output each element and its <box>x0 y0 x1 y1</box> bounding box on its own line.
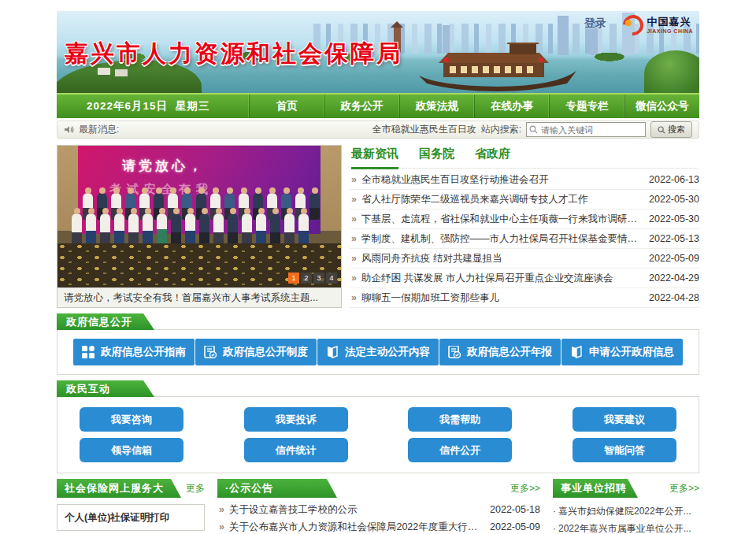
nav-item-special-topics[interactable]: 专题专栏 <box>549 95 624 118</box>
pager-item[interactable]: 3 <box>313 273 324 284</box>
recruitment-item[interactable]: ·嘉兴市妇幼保健院2022年公开... <box>553 502 699 520</box>
nav-item-home[interactable]: 首页 <box>249 95 324 118</box>
announcement-item[interactable]: »关于公布嘉兴市人力资源和社会保障局2022年度重大行政决策事...2022-0… <box>217 518 540 534</box>
news-date: 2022-05-09 <box>649 253 699 264</box>
site-search-label: 站内搜索: <box>481 123 521 136</box>
hot-topic-link[interactable]: 全市稳就业惠民生百日攻 <box>372 123 476 136</box>
search-button[interactable]: 搜索 <box>650 121 692 138</box>
complaint-button[interactable]: 我要投诉 <box>244 407 348 432</box>
double-arrow-bullet: » <box>351 194 357 205</box>
smart-qa-button[interactable]: 智能问答 <box>573 438 676 462</box>
carousel-photo: 请党放心， 考试安全有我 1 2 3 4 <box>57 146 341 287</box>
announcements-title: ·公示公告 <box>217 479 337 498</box>
nav-item-policies[interactable]: 政策法规 <box>399 95 474 118</box>
jiaxing-logo[interactable]: 中国嘉兴 JIAXING CHINA <box>623 15 693 35</box>
announcement-title: 关于公布嘉兴市人力资源和社会保障局2022年度重大行政决策事... <box>229 521 482 534</box>
nav-item-wechat[interactable]: 微信公众号 <box>624 95 699 118</box>
doc-check-icon <box>204 346 217 358</box>
gov-info-guide-button[interactable]: 政府信息公开指南 <box>73 339 195 365</box>
news-date: 2022-05-30 <box>649 194 699 205</box>
dot-bullet: · <box>553 523 556 534</box>
date-text: 2022年6月15日 <box>87 100 168 112</box>
need-help-button[interactable]: 我需帮助 <box>408 407 512 432</box>
pager-item[interactable]: 1 <box>288 273 299 284</box>
login-link[interactable]: 登录 <box>584 17 606 31</box>
suggestion-button[interactable]: 我要建议 <box>573 407 676 432</box>
announcement-item[interactable]: »关于设立嘉善技工学校的公示2022-05-18 <box>217 501 540 518</box>
request-disclosure-button[interactable]: 申请公开政府信息 <box>561 339 683 365</box>
news-title: 风雨同舟齐抗疫 结对共建显担当 <box>361 252 639 265</box>
gov-info-system-button[interactable]: 政府信息公开制度 <box>195 339 317 365</box>
book-icon <box>570 346 583 358</box>
nav-item-gov-disclosure[interactable]: 政务公开 <box>324 95 398 118</box>
interaction-section: 政民互动 我要咨询 我要投诉 我需帮助 我要建议 领导信箱 信件统计 信件公开 … <box>57 380 699 473</box>
social-insurance-title: 社会保险网上服务大厅 <box>57 479 181 498</box>
news-date: 2022-04-28 <box>649 292 699 303</box>
leader-mailbox-button[interactable]: 领导信箱 <box>80 438 183 462</box>
speaker-icon <box>64 124 74 135</box>
double-arrow-bullet: » <box>219 504 224 515</box>
logo-en-text: JIAXING CHINA <box>647 28 693 34</box>
recruitment-item-title: 嘉兴市妇幼保健院2022年公开... <box>558 506 691 517</box>
recruitment-column: 事业单位招聘 更多>> ·嘉兴市妇幼保健院2022年公开... ·2022年嘉兴… <box>553 479 699 534</box>
news-date: 2022-06-13 <box>649 174 699 185</box>
mail-disclosure-button[interactable]: 信件公开 <box>408 438 512 462</box>
social-insurance-more-link[interactable]: 更多 <box>186 482 205 495</box>
main-nav: 2022年6月15日星期三 首页 政务公开 政策法规 在线办事 专题专栏 微信公… <box>57 93 699 118</box>
news-item[interactable]: »风雨同舟齐抗疫 结对共建显担当2022-05-09 <box>350 249 699 269</box>
search-button-label: 搜索 <box>668 124 685 135</box>
news-item[interactable]: »助企纾困 共谋发展 市人力社保局召开重点企业交流座谈会2022-04-29 <box>350 269 699 288</box>
news-item[interactable]: »省人社厅陈荣华二级巡视员来嘉兴调研专技人才工作2022-05-30 <box>350 190 699 210</box>
doc-check-icon <box>448 346 461 358</box>
logo-cn-text: 中国嘉兴 <box>647 17 693 27</box>
news-title: 全市稳就业惠民生百日攻坚行动推进会召开 <box>361 173 639 187</box>
tab-latest-news[interactable]: 最新资讯 <box>351 146 398 169</box>
carousel-pager: 1 2 3 4 <box>288 273 337 284</box>
gov-button-label: 政府信息公开制度 <box>223 345 308 359</box>
nav-item-online-services[interactable]: 在线办事 <box>474 95 549 118</box>
red-boat <box>415 43 580 91</box>
consult-button[interactable]: 我要咨询 <box>80 407 183 432</box>
gov-info-section-title: 政府信息公开 <box>57 313 154 330</box>
news-item[interactable]: »下基层、走流程，省社保和就业中心主任项薇一行来我市调研“国统”上线情况2022… <box>350 210 699 229</box>
news-item[interactable]: »全市稳就业惠民生百日攻坚行动推进会召开2022-06-13 <box>350 170 699 190</box>
search-icon <box>658 126 665 134</box>
social-insurance-item[interactable]: 个人(单位)社保证明打印 <box>57 504 205 531</box>
ticker-label: 最新消息: <box>79 123 119 136</box>
recruitment-item-title: 2022年嘉兴市属事业单位公开... <box>558 523 691 534</box>
site-title: 嘉兴市人力资源和社会保障局 <box>65 38 402 70</box>
dot-bullet: · <box>553 506 556 517</box>
photo-carousel[interactable]: 请党放心， 考试安全有我 1 2 3 4 <box>57 145 342 308</box>
recruitment-more-link[interactable]: 更多>> <box>669 482 699 495</box>
tab-state-council[interactable]: 国务院 <box>419 146 454 168</box>
news-date: 2022-05-13 <box>649 233 699 244</box>
news-item[interactable]: »学制度、建机制、强防控——市人力社保局召开社保基金要情专题学习会2022-05… <box>350 229 699 249</box>
legal-disclosure-button[interactable]: 法定主动公开内容 <box>317 339 439 365</box>
recruitment-item[interactable]: ·2022年嘉兴市属事业单位公开... <box>553 520 699 534</box>
pager-item[interactable]: 2 <box>301 273 312 284</box>
search-input[interactable] <box>526 122 646 137</box>
social-insurance-column: 社会保险网上服务大厅 更多 个人(单位)社保证明打印 办事指南 <box>57 479 205 534</box>
announcements-more-link[interactable]: 更多>> <box>510 482 540 495</box>
double-arrow-bullet: » <box>219 521 224 532</box>
jiaxing-logo-icon <box>619 11 648 39</box>
double-arrow-bullet: » <box>351 253 357 264</box>
header-banner: 嘉兴市人力资源和社会保障局 登录 中国嘉兴 JIAXING CHINA <box>57 11 699 93</box>
double-arrow-bullet: » <box>351 273 357 284</box>
news-date: 2022-04-29 <box>649 273 699 284</box>
pager-item[interactable]: 4 <box>326 273 337 284</box>
news-panel: 最新资讯 国务院 省政府 »全市稳就业惠民生百日攻坚行动推进会召开2022-06… <box>350 145 699 308</box>
announcements-column: ·公示公告 更多>> »关于设立嘉善技工学校的公示2022-05-18 »关于公… <box>217 479 540 534</box>
double-arrow-bullet: » <box>351 292 357 303</box>
carousel-caption[interactable]: 请党放心，考试安全有我！首届嘉兴市人事考试系统主题... <box>57 287 341 307</box>
gov-button-label: 法定主动公开内容 <box>345 345 430 359</box>
tab-provincial-gov[interactable]: 省政府 <box>475 146 510 168</box>
mail-statistics-button[interactable]: 信件统计 <box>244 438 348 462</box>
news-tabs: 最新资讯 国务院 省政府 <box>350 146 699 169</box>
news-item[interactable]: »聊聊五一假期加班工资那些事儿2022-04-28 <box>350 288 699 308</box>
search-icon <box>529 125 538 134</box>
gov-button-label: 政府信息公开指南 <box>101 345 186 359</box>
gov-info-section: 政府信息公开 政府信息公开指南 政府信息公开制度 法定主动公开内容 政府信息公开… <box>57 313 699 375</box>
annual-report-button[interactable]: 政府信息公开年报 <box>439 339 561 365</box>
announcement-date: 2022-05-18 <box>490 504 540 515</box>
